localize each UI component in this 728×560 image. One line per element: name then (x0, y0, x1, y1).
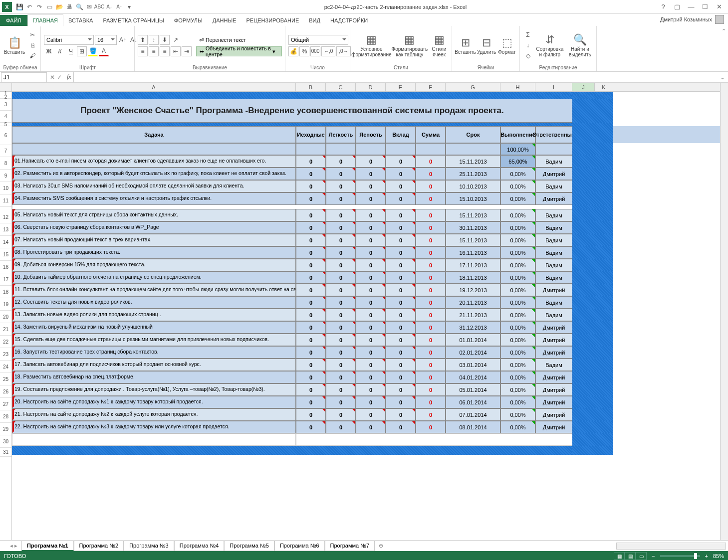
val-vklad[interactable]: 0 (386, 321, 416, 334)
val-resp[interactable]: Вадим (535, 296, 572, 309)
val-legkost[interactable]: 0 (326, 209, 356, 221)
add-sheet-icon[interactable]: ⊕ (375, 541, 387, 551)
val-summa[interactable]: 0 (416, 221, 446, 234)
sheet-tab[interactable]: Программа №3 (124, 541, 174, 551)
row-header[interactable]: 15 (0, 248, 11, 261)
val-summa[interactable]: 0 (416, 155, 446, 168)
task-cell[interactable]: 04. Разместить SMS сообщения в систему о… (12, 192, 296, 205)
val-srok[interactable]: 01.01.2014 (446, 334, 500, 346)
val-resp[interactable]: Дмитрий (535, 284, 572, 296)
val-srok[interactable]: 05.01.2014 (446, 383, 500, 396)
val-yasnost[interactable]: 0 (356, 168, 386, 180)
val-pct[interactable]: 0,00% (500, 296, 535, 309)
total-pct[interactable]: 100,00% (500, 143, 535, 155)
help-icon[interactable]: ? (657, 2, 669, 12)
val-vklad[interactable]: 0 (386, 221, 416, 234)
save-icon[interactable]: 💾 (15, 2, 24, 11)
tab-file[interactable]: ФАЙЛ (0, 15, 27, 26)
name-box[interactable] (1, 72, 47, 82)
val-srok[interactable]: 06.01.2014 (446, 396, 500, 408)
val-yasnost[interactable]: 0 (356, 396, 386, 408)
fill-color-button[interactable]: 🪣 (88, 46, 98, 56)
format-painter-icon[interactable]: 🖌 (27, 51, 37, 61)
val-pct[interactable]: 0,00% (500, 383, 535, 396)
val-vklad[interactable]: 0 (386, 359, 416, 371)
percent-format-icon[interactable]: % (299, 46, 309, 56)
val-resp[interactable]: Дмитрий (535, 334, 572, 346)
val-resp[interactable]: Вадим (535, 309, 572, 321)
col-header-I[interactable]: I (535, 83, 572, 91)
val-pct[interactable]: 0,00% (500, 246, 535, 259)
col-header-J[interactable]: J (572, 83, 595, 91)
val-resp[interactable]: Дмитрий (535, 346, 572, 359)
col-header-cell[interactable]: Вклад (386, 126, 416, 143)
paste-button[interactable]: 📋 Вставить (3, 29, 26, 62)
val-vklad[interactable]: 0 (386, 421, 416, 433)
val-legkost[interactable]: 0 (326, 246, 356, 259)
val-resp[interactable]: Вадим (535, 180, 572, 192)
tab-data[interactable]: ДАННЫЕ (208, 15, 242, 26)
normal-view-icon[interactable]: ▦ (614, 552, 625, 560)
col-header-K[interactable]: K (595, 83, 613, 91)
col-header-G[interactable]: G (446, 83, 500, 91)
val-summa[interactable]: 0 (416, 334, 446, 346)
col-header-cell[interactable]: Задача (12, 126, 296, 143)
val-legkost[interactable]: 0 (326, 259, 356, 271)
underline-button[interactable]: Ч (66, 46, 76, 56)
val-iskhodnye[interactable]: 0 (296, 192, 326, 205)
ribbon-options-icon[interactable]: ▢ (671, 2, 683, 12)
val-iskhodnye[interactable]: 0 (296, 383, 326, 396)
val-summa[interactable]: 0 (416, 284, 446, 296)
task-cell[interactable]: 07. Написать новый продающий текст в тре… (12, 234, 296, 246)
val-resp[interactable]: Дмитрий (535, 168, 572, 180)
val-yasnost[interactable]: 0 (356, 321, 386, 334)
val-vklad[interactable]: 0 (386, 346, 416, 359)
expand-formula-icon[interactable]: ⌄ (717, 74, 728, 81)
val-legkost[interactable]: 0 (326, 180, 356, 192)
row-header[interactable]: 21 (0, 323, 11, 336)
val-srok[interactable]: 15.11.2013 (446, 155, 500, 168)
val-resp[interactable]: Дмитрий (535, 371, 572, 383)
task-cell[interactable]: 08. Протестировать три продающих текста. (12, 246, 296, 259)
row-header[interactable]: 27 (0, 398, 11, 410)
row-header[interactable]: 2 (0, 95, 11, 99)
val-vklad[interactable]: 0 (386, 296, 416, 309)
val-yasnost[interactable]: 0 (356, 346, 386, 359)
task-cell[interactable]: 16. Запустить тестирование трех страниц … (12, 346, 296, 359)
val-vklad[interactable]: 0 (386, 309, 416, 321)
task-cell[interactable]: 19. Составить предложение для допродажи … (12, 383, 296, 396)
align-bottom-icon[interactable]: ⬇ (160, 35, 170, 45)
val-pct[interactable]: 65,00% (500, 155, 535, 168)
val-yasnost[interactable]: 0 (356, 309, 386, 321)
val-pct[interactable]: 0,00% (500, 346, 535, 359)
val-vklad[interactable]: 0 (386, 284, 416, 296)
task-cell[interactable]: 18. Разместить автовебинар на спец.платф… (12, 371, 296, 383)
col-header-B[interactable]: B (296, 83, 326, 91)
val-srok[interactable]: 19.12.2013 (446, 284, 500, 296)
col-header-C[interactable]: C (326, 83, 356, 91)
val-yasnost[interactable]: 0 (356, 234, 386, 246)
sheet-tab[interactable]: Программа №5 (224, 541, 274, 551)
task-cell[interactable]: 17. Записать автовебинар для подписчиков… (12, 359, 296, 371)
increase-font-icon[interactable]: A↑ (118, 35, 128, 45)
val-summa[interactable]: 0 (416, 346, 446, 359)
val-vklad[interactable]: 0 (386, 155, 416, 168)
val-srok[interactable]: 15.10.2013 (446, 192, 500, 205)
formula-bar[interactable] (73, 72, 717, 82)
col-header-cell[interactable]: Сумма (416, 126, 446, 143)
val-yasnost[interactable]: 0 (356, 383, 386, 396)
val-vklad[interactable]: 0 (386, 396, 416, 408)
val-pct[interactable]: 0,00% (500, 408, 535, 421)
enter-formula-icon[interactable]: ✓ (57, 74, 62, 81)
sort-filter-button[interactable]: ⇵Сортировка и фильтр (534, 29, 565, 62)
task-cell[interactable]: 09. Добиться конверсии 15% для продающег… (12, 259, 296, 271)
tab-insert[interactable]: ВСТАВКА (63, 15, 98, 26)
val-resp[interactable]: Вадим (535, 271, 572, 284)
increase-decimal-icon[interactable]: ←,0 (321, 46, 335, 56)
val-resp[interactable]: Дмитрий (535, 396, 572, 408)
row-header[interactable]: 4 (0, 111, 11, 123)
val-srok[interactable]: 25.11.2013 (446, 168, 500, 180)
val-legkost[interactable]: 0 (326, 234, 356, 246)
number-format-select[interactable] (288, 35, 348, 45)
task-cell[interactable]: 02. Разместить их в автореспондер, котор… (12, 168, 296, 180)
